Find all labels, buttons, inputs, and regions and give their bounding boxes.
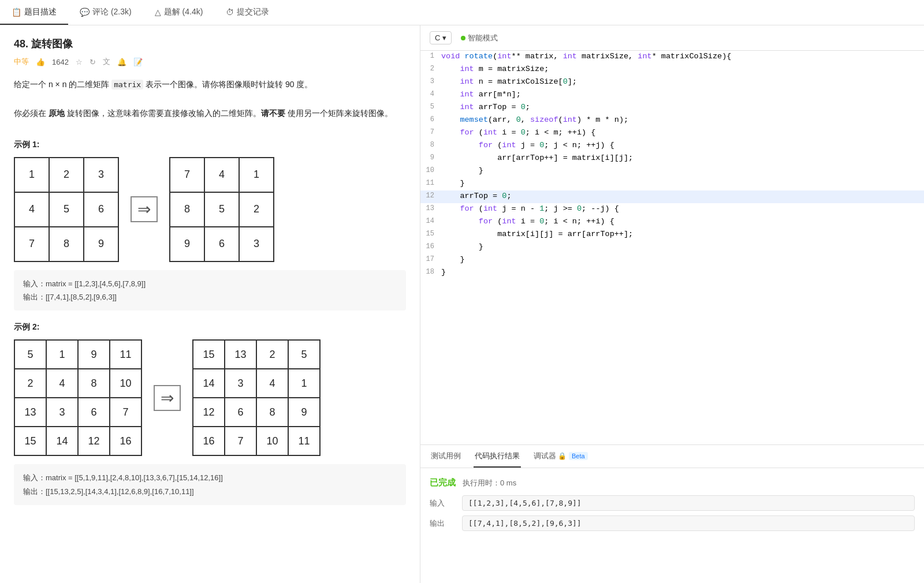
bottom-tabs: 测试用例 代码执行结果 调试器 🔒 Beta [420, 445, 924, 468]
like-icon[interactable]: 👍 [36, 58, 45, 66]
matrix-cell: 6 [78, 398, 110, 427]
matrix-cell: 8 [170, 192, 204, 227]
exec-time: 执行用时：0 ms [463, 478, 516, 488]
tab-testcase[interactable]: 测试用例 [430, 445, 462, 468]
matrix-cell: 7 [14, 227, 49, 261]
right-panel: C ▾ 智能模式 1 void rotate(int** matrix, int… [420, 25, 924, 583]
arrow-icon: ⇒ [131, 196, 158, 222]
code-line-13: 13 for (int j = n - 1; j >= 0; --j) { [420, 203, 924, 216]
matrix-cell: 6 [84, 192, 118, 227]
example1-io: 输入：matrix = [[1,2,3],[4,5,6],[7,8,9]] 输出… [14, 270, 406, 311]
matrix-cell: 16 [110, 427, 141, 455]
matrix-cell: 1 [14, 158, 49, 192]
star-icon[interactable]: ☆ [76, 58, 83, 66]
example1-title: 示例 1: [14, 140, 406, 150]
beta-badge: Beta [569, 452, 588, 460]
example2-input-matrix: 5 1 9 11 2 4 8 10 13 3 6 7 15 14 12 16 [14, 339, 142, 456]
bottom-panel: 测试用例 代码执行结果 调试器 🔒 Beta 已完成 执行用时：0 ms 输入 [420, 444, 924, 583]
chevron-down-icon: ▾ [442, 33, 446, 42]
matrix-cell: 9 [288, 398, 320, 427]
code-line-11: 11 } [420, 178, 924, 190]
matrix-cell: 4 [46, 369, 78, 398]
matrix-cell: 5 [14, 340, 46, 369]
matrix-cell: 8 [49, 227, 84, 261]
matrix-cell: 5 [288, 340, 320, 369]
left-panel: 48. 旋转图像 中等 👍 1642 ☆ ↻ 文 🔔 📝 给定一个 n × n … [0, 25, 420, 583]
main-layout: 48. 旋转图像 中等 👍 1642 ☆ ↻ 文 🔔 📝 给定一个 n × n … [0, 25, 924, 583]
description-icon: 📋 [12, 8, 21, 17]
code-line-3: 3 int n = matrixColSize[0]; [420, 76, 924, 89]
matrix-cell: 2 [239, 192, 274, 227]
refresh-icon[interactable]: ↻ [90, 58, 96, 66]
matrix-cell: 12 [78, 427, 110, 455]
example1-input-matrix: 1 2 3 4 5 6 7 8 9 [14, 157, 119, 262]
output-value: [[7,4,1],[8,5,2],[9,6,3]] [462, 515, 915, 531]
tab-result[interactable]: 代码执行结果 [474, 445, 521, 468]
example1-output-matrix: 7 4 1 8 5 2 9 6 3 [169, 157, 274, 262]
arrow-box-2: ⇒ [154, 385, 181, 411]
matrix-cell: 5 [49, 192, 84, 227]
output-row: 输出 [[7,4,1],[8,5,2],[9,6,3]] [430, 515, 915, 531]
result-area: 已完成 执行用时：0 ms 输入 [[1,2,3],[4,5,6],[7,8,9… [420, 468, 924, 583]
tab-submissions[interactable]: ⏱ 提交记录 [214, 0, 281, 25]
problem-description: 给定一个 n × n 的二维矩阵 matrix 表示一个图像。请你将图像顺时针旋… [14, 77, 406, 121]
input-value: [[1,2,3],[4,5,6],[7,8,9]] [462, 495, 915, 511]
problem-title: 48. 旋转图像 [14, 37, 406, 51]
comments-icon: 💬 [80, 8, 90, 17]
input-row: 输入 [[1,2,3],[4,5,6],[7,8,9]] [430, 495, 915, 511]
matrix-cell: 10 [256, 427, 288, 455]
matrix-cell: 9 [78, 340, 110, 369]
matrix-cell: 1 [288, 369, 320, 398]
code-editor[interactable]: 1 void rotate(int** matrix, int matrixSi… [420, 51, 924, 444]
tab-comments[interactable]: 💬 评论 (2.3k) [68, 0, 143, 25]
matrix-cell: 7 [225, 427, 256, 455]
matrix-cell: 1 [46, 340, 78, 369]
arrow-box: ⇒ [131, 196, 158, 222]
matrix-cell: 11 [110, 340, 141, 369]
matrix-cell: 4 [204, 158, 239, 192]
matrix-cell: 5 [204, 192, 239, 227]
input-label: 输入 [430, 498, 453, 509]
tab-solutions[interactable]: △ 题解 (4.4k) [143, 0, 215, 25]
tab-description[interactable]: 📋 题目描述 [0, 0, 68, 25]
smart-mode-toggle[interactable]: 智能模式 [461, 33, 498, 43]
example2-title: 示例 2: [14, 322, 406, 332]
translate-icon[interactable]: 文 [103, 57, 110, 67]
example1-block: 1 2 3 4 5 6 7 8 9 ⇒ 7 4 1 8 5 2 9 6 [14, 157, 406, 262]
matrix-cell: 15 [14, 427, 46, 455]
code-line-4: 4 int arr[m*n]; [420, 89, 924, 102]
matrix-cell: 6 [225, 398, 256, 427]
code-line-10: 10 } [420, 165, 924, 178]
matrix-cell: 12 [193, 398, 225, 427]
code-line-16: 16 } [420, 241, 924, 254]
matrix-cell: 4 [14, 192, 49, 227]
code-line-9: 9 arr[arrTop++] = matrix[i][j]; [420, 152, 924, 165]
matrix-cell: 9 [170, 227, 204, 261]
code-line-7: 7 for (int i = 0; i < m; ++i) { [420, 127, 924, 140]
matrix-cell: 7 [110, 398, 141, 427]
language-selector[interactable]: C ▾ [430, 31, 452, 44]
matrix-cell: 10 [110, 369, 141, 398]
code-line-14: 14 for (int i = 0; i < n; ++i) { [420, 216, 924, 229]
matrix-cell: 15 [193, 340, 225, 369]
matrix-cell: 2 [49, 158, 84, 192]
tab-debugger[interactable]: 调试器 🔒 Beta [532, 445, 589, 468]
matrix-cell: 14 [193, 369, 225, 398]
matrix-cell: 8 [78, 369, 110, 398]
matrix-cell: 14 [46, 427, 78, 455]
matrix-cell: 16 [193, 427, 225, 455]
matrix-cell: 7 [170, 158, 204, 192]
code-line-17: 17 } [420, 254, 924, 267]
matrix-cell: 2 [14, 369, 46, 398]
example2-block: 5 1 9 11 2 4 8 10 13 3 6 7 15 14 12 16 ⇒ [14, 339, 406, 456]
bell-icon[interactable]: 🔔 [117, 58, 126, 66]
editor-header: C ▾ 智能模式 [420, 25, 924, 51]
matrix-cell: 2 [256, 340, 288, 369]
code-line-12: 12 arrTop = 0; [420, 190, 924, 203]
problem-meta: 中等 👍 1642 ☆ ↻ 文 🔔 📝 [14, 57, 406, 67]
code-line-5: 5 int arrTop = 0; [420, 102, 924, 114]
code-line-18: 18 } [420, 267, 924, 279]
matrix-cell: 3 [46, 398, 78, 427]
arrow-icon-2: ⇒ [154, 385, 181, 411]
note-icon[interactable]: 📝 [133, 58, 143, 66]
